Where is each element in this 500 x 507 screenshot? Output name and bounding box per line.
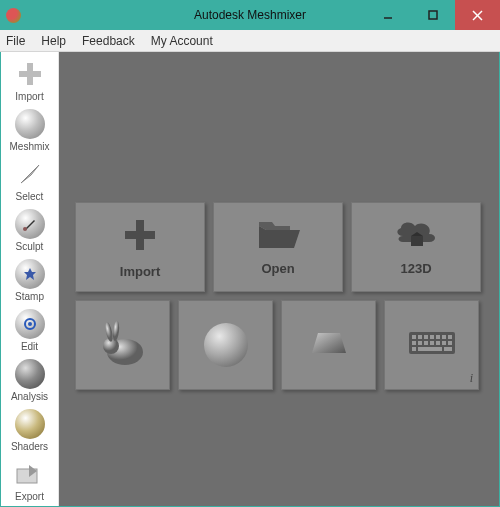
menu-bar: File Help Feedback My Account <box>0 30 500 52</box>
svg-rect-20 <box>424 335 428 339</box>
svg-rect-26 <box>418 341 422 345</box>
svg-rect-23 <box>442 335 446 339</box>
svg-rect-25 <box>412 341 416 345</box>
window-controls <box>365 0 500 30</box>
tile-row-top: Import Open <box>75 202 487 292</box>
window-title: Autodesk Meshmixer <box>194 8 306 22</box>
shaders-icon <box>14 408 46 440</box>
tool-label: Select <box>16 191 44 202</box>
tool-meshmix[interactable]: Meshmix <box>5 106 55 154</box>
tool-label: Export <box>15 491 44 502</box>
plus-icon <box>120 215 160 258</box>
tile-row-bottom: i <box>75 300 487 390</box>
tool-export[interactable]: Export <box>5 456 55 504</box>
tool-label: Meshmix <box>9 141 49 152</box>
plus-icon <box>14 58 46 90</box>
tool-select[interactable]: Select <box>5 156 55 204</box>
svg-rect-27 <box>424 341 428 345</box>
tool-label: Edit <box>21 341 38 352</box>
svg-rect-11 <box>125 231 155 239</box>
menu-feedback[interactable]: Feedback <box>82 34 135 48</box>
cloud-box-icon <box>393 218 439 255</box>
tool-sculpt[interactable]: Sculpt <box>5 206 55 254</box>
plane-icon <box>302 323 356 367</box>
tile-open[interactable]: Open <box>213 202 343 292</box>
svg-rect-18 <box>412 335 416 339</box>
keyboard-icon <box>407 328 457 362</box>
tile-bunny[interactable] <box>75 300 170 390</box>
edit-icon <box>14 308 46 340</box>
svg-rect-1 <box>429 11 437 19</box>
svg-rect-24 <box>448 335 452 339</box>
tool-shaders[interactable]: Shaders <box>5 406 55 454</box>
app-body: Import Meshmix Select Sculpt <box>0 52 500 507</box>
svg-rect-22 <box>436 335 440 339</box>
tool-edit[interactable]: Edit <box>5 306 55 354</box>
svg-rect-21 <box>430 335 434 339</box>
svg-rect-28 <box>430 341 434 345</box>
tile-label: 123D <box>400 261 431 276</box>
tile-import[interactable]: Import <box>75 202 205 292</box>
tile-sphere[interactable] <box>178 300 273 390</box>
tile-label: Open <box>261 261 294 276</box>
meshmix-icon <box>14 108 46 140</box>
app-icon <box>6 8 21 23</box>
svg-rect-32 <box>412 347 416 351</box>
svg-rect-29 <box>436 341 440 345</box>
sidebar: Import Meshmix Select Sculpt <box>1 52 59 506</box>
tool-import[interactable]: Import <box>5 56 55 104</box>
tool-label: Sculpt <box>16 241 44 252</box>
svg-rect-12 <box>411 236 423 246</box>
info-i: i <box>470 371 473 386</box>
menu-help[interactable]: Help <box>41 34 66 48</box>
svg-rect-33 <box>418 347 442 351</box>
menu-account[interactable]: My Account <box>151 34 213 48</box>
sphere-icon <box>204 323 248 367</box>
tile-keyboard[interactable]: i <box>384 300 479 390</box>
svg-point-8 <box>28 322 32 326</box>
folder-open-icon <box>256 218 300 255</box>
stamp-icon <box>14 258 46 290</box>
title-bar: Autodesk Meshmixer <box>0 0 500 30</box>
tile-123d[interactable]: 123D <box>351 202 481 292</box>
tool-analysis[interactable]: Analysis <box>5 356 55 404</box>
close-button[interactable] <box>455 0 500 30</box>
maximize-button[interactable] <box>410 0 455 30</box>
svg-point-6 <box>23 227 27 231</box>
tile-plane[interactable] <box>281 300 376 390</box>
svg-rect-31 <box>448 341 452 345</box>
tile-label: Import <box>120 264 160 279</box>
brush-icon <box>14 208 46 240</box>
export-icon <box>14 458 46 490</box>
svg-rect-5 <box>19 71 41 77</box>
canvas-area: Import Open <box>59 52 499 506</box>
cursor-icon <box>14 158 46 190</box>
bunny-icon <box>95 318 151 372</box>
svg-point-16 <box>111 321 119 342</box>
minimize-button[interactable] <box>365 0 410 30</box>
tool-label: Import <box>15 91 43 102</box>
tool-label: Analysis <box>11 391 48 402</box>
tool-stamp[interactable]: Stamp <box>5 256 55 304</box>
tool-label: Shaders <box>11 441 48 452</box>
tool-label: Stamp <box>15 291 44 302</box>
svg-rect-19 <box>418 335 422 339</box>
analysis-icon <box>14 358 46 390</box>
svg-rect-34 <box>444 347 452 351</box>
menu-file[interactable]: File <box>6 34 25 48</box>
svg-rect-30 <box>442 341 446 345</box>
